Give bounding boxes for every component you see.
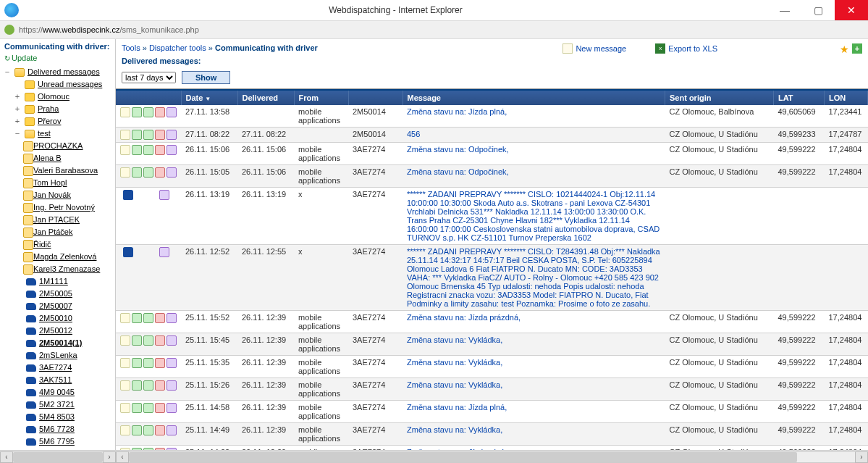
tree-folder[interactable]: +Přerov xyxy=(0,115,115,128)
tree-item[interactable]: Ing. Petr Novotný xyxy=(0,201,115,214)
ok-icon[interactable] xyxy=(132,448,142,450)
ok2-icon[interactable] xyxy=(143,130,153,140)
favorite-icon[interactable]: ★ xyxy=(840,43,849,55)
table-row[interactable]: 26.11. 13:1926.11. 13:19x3AE7274****** Z… xyxy=(116,188,868,245)
tree-folder[interactable]: Unread messages xyxy=(0,78,115,91)
export-xls-link[interactable]: xExport to XLS xyxy=(655,43,717,54)
table-row[interactable]: 25.11. 15:2626.11. 12:39mobile applicati… xyxy=(116,378,868,401)
del-icon[interactable] xyxy=(155,358,165,368)
action-icon[interactable] xyxy=(167,358,177,368)
left-scroll-left[interactable]: ‹ xyxy=(0,451,13,463)
main-scroll-right[interactable]: › xyxy=(855,451,868,463)
new-message-link[interactable]: New message xyxy=(562,43,626,54)
maximize-button[interactable]: ▢ xyxy=(801,0,835,20)
tree-item[interactable]: Valeri Barabasova xyxy=(0,164,115,177)
mail-icon[interactable] xyxy=(120,358,130,368)
ok2-icon[interactable] xyxy=(143,335,153,346)
table-row[interactable]: 27.11. 08:2227.11. 08:222M50014456CZ Olo… xyxy=(116,128,868,143)
tree-item[interactable]: Jan Novák xyxy=(0,189,115,201)
add-icon[interactable]: + xyxy=(852,43,862,54)
action-icon[interactable] xyxy=(167,380,177,391)
table-row[interactable]: 25.11. 15:3526.11. 12:39mobile applicati… xyxy=(116,356,868,378)
action-icon[interactable] xyxy=(167,335,177,346)
tree-item[interactable]: Docházka test xyxy=(0,448,115,450)
ok-icon[interactable] xyxy=(132,167,142,178)
tree-item[interactable]: Tom Hopl xyxy=(0,177,115,189)
mail-icon[interactable] xyxy=(120,380,130,391)
mail-icon[interactable] xyxy=(120,335,130,346)
left-scroll-right[interactable]: › xyxy=(103,451,116,463)
table-row[interactable]: 27.11. 13:58mobile applications2M50014Zm… xyxy=(116,105,868,128)
action-icon[interactable] xyxy=(167,403,177,413)
ok-icon[interactable] xyxy=(132,130,142,140)
tree-item[interactable]: 2M50012 xyxy=(0,325,115,337)
tree-item[interactable]: 5M6 7795 xyxy=(0,435,115,448)
table-row[interactable]: 26.11. 15:0626.11. 15:06mobile applicati… xyxy=(116,143,868,165)
col-delivered[interactable]: Delivered xyxy=(237,91,294,105)
table-row[interactable]: 25.11. 14:5826.11. 12:39mobile applicati… xyxy=(116,401,868,423)
tree-item[interactable]: Jan Ptáček xyxy=(0,226,115,238)
address-bar[interactable]: https://www.webdispecink.cz/sms_komunika… xyxy=(0,20,868,39)
action-icon[interactable] xyxy=(167,107,177,117)
table-row[interactable]: 26.11. 12:5226.11. 12:55x3AE7274****** Z… xyxy=(116,245,868,311)
table-row[interactable]: 25.11. 14:4926.11. 12:39mobile applicati… xyxy=(116,423,868,446)
mail-icon[interactable] xyxy=(120,448,130,450)
del-icon[interactable] xyxy=(155,107,165,117)
action-icon[interactable] xyxy=(167,313,177,323)
table-row[interactable]: 25.11. 14:2226.11. 12:39mobile applicati… xyxy=(116,446,868,451)
del-icon[interactable] xyxy=(155,448,165,450)
ok-icon[interactable] xyxy=(132,313,142,323)
mail-icon[interactable] xyxy=(120,313,130,323)
ok2-icon[interactable] xyxy=(143,380,153,391)
del-icon[interactable] xyxy=(155,380,165,391)
col-icons[interactable] xyxy=(116,91,181,105)
table-scroll[interactable]: Date Delivered From Message Sent origin … xyxy=(116,89,868,450)
tree-item[interactable]: 3AE7274 xyxy=(0,362,115,374)
ok-icon[interactable] xyxy=(132,358,142,368)
col-lat[interactable]: LAT xyxy=(774,91,825,105)
ok2-icon[interactable] xyxy=(143,145,153,155)
del-icon[interactable] xyxy=(155,335,165,346)
mail-icon[interactable] xyxy=(120,145,130,155)
ok2-icon[interactable] xyxy=(143,167,153,178)
ok2-icon[interactable] xyxy=(143,403,153,413)
col-target[interactable] xyxy=(348,91,403,105)
tree-item[interactable]: 1M1111 xyxy=(0,275,115,288)
tree-item[interactable]: 2M50007 xyxy=(0,300,115,312)
ok-icon[interactable] xyxy=(132,335,142,346)
tree-item[interactable]: 3AK7511 xyxy=(0,374,115,386)
crumb-tools[interactable]: Tools xyxy=(122,43,140,52)
tree-item[interactable]: Karel3 Zmenazase xyxy=(0,263,115,275)
tree-item[interactable]: Řidič xyxy=(0,238,115,251)
tree-item[interactable]: 2M50014(1) xyxy=(0,337,115,349)
tree-item[interactable]: Alena B xyxy=(0,152,115,164)
col-origin[interactable]: Sent origin xyxy=(665,91,774,105)
tree-item[interactable]: 5M2 3721 xyxy=(0,399,115,411)
ok2-icon[interactable] xyxy=(143,425,153,435)
tree-folder[interactable]: +Olomouc xyxy=(0,91,115,103)
mail-icon[interactable] xyxy=(120,167,130,178)
action-icon[interactable] xyxy=(167,167,177,178)
ok-icon[interactable] xyxy=(132,145,142,155)
tree-folder[interactable]: −test xyxy=(0,128,115,140)
ok2-icon[interactable] xyxy=(143,313,153,323)
tree-item[interactable]: PROCHAZKA xyxy=(0,140,115,152)
action-icon[interactable] xyxy=(167,425,177,435)
ok2-icon[interactable] xyxy=(143,358,153,368)
tree-item[interactable]: Jan PTACEK xyxy=(0,214,115,226)
action-icon[interactable] xyxy=(159,190,169,200)
col-message[interactable]: Message xyxy=(403,91,665,105)
mail-icon[interactable] xyxy=(120,107,130,117)
action-icon[interactable] xyxy=(159,247,169,257)
col-from[interactable]: From xyxy=(294,91,348,105)
action-icon[interactable] xyxy=(167,145,177,155)
mail-icon[interactable] xyxy=(120,130,130,140)
ok2-icon[interactable] xyxy=(143,107,153,117)
col-lon[interactable]: LON xyxy=(825,91,868,105)
tree-item[interactable]: Magda Zelenková xyxy=(0,251,115,263)
tree-item[interactable]: 4M9 0045 xyxy=(0,386,115,399)
update-link[interactable]: Update xyxy=(4,54,111,62)
tree-item[interactable]: 2M50005 xyxy=(0,288,115,300)
ok-icon[interactable] xyxy=(132,425,142,435)
close-button[interactable]: ✕ xyxy=(835,0,868,20)
